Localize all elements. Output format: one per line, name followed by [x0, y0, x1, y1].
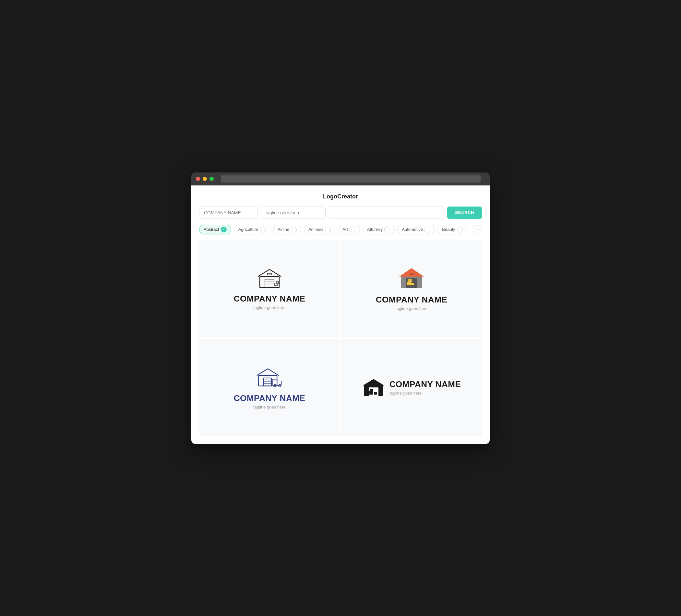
- check-icon: ✓: [291, 227, 297, 232]
- check-icon: ✓: [425, 227, 430, 232]
- minimize-button[interactable]: [203, 177, 207, 181]
- maximize-button[interactable]: [209, 177, 214, 181]
- logo-card-4[interactable]: COMPANY NAME tagline goes here: [341, 339, 482, 436]
- logo-grid: COMPANY NAME tagline goes here: [199, 240, 482, 436]
- search-bar: SEARCH: [199, 207, 482, 219]
- svg-rect-26: [369, 391, 373, 394]
- logo-card-3[interactable]: COMPANY NAME tagline goes here: [199, 339, 340, 436]
- logo-inner-3: COMPANY NAME tagline goes here: [234, 365, 305, 409]
- logo2-tagline: tagline goes here: [376, 306, 448, 311]
- logo1-tagline: tagline goes here: [234, 305, 305, 310]
- category-airline[interactable]: Airline ✓: [273, 225, 301, 234]
- logo3-tagline: tagline goes here: [234, 405, 305, 409]
- svg-rect-16: [263, 378, 272, 386]
- svg-rect-12: [411, 283, 414, 285]
- logo1-company: COMPANY NAME: [234, 294, 305, 304]
- svg-point-22: [279, 384, 281, 387]
- logo-card-1[interactable]: COMPANY NAME tagline goes here: [199, 240, 340, 337]
- svg-rect-14: [409, 273, 413, 275]
- logo-inner-2: COMPANY NAME tagline goes here: [376, 267, 448, 311]
- logo4-tagline: tagline goes here: [389, 391, 461, 395]
- logo-inner-1: COMPANY NAME tagline goes here: [234, 267, 305, 310]
- category-animals[interactable]: Animals ✓: [304, 225, 335, 234]
- check-icon: ✓: [325, 227, 331, 232]
- svg-rect-28: [370, 389, 373, 392]
- category-label: Abstract: [204, 227, 219, 232]
- company-name-input[interactable]: [199, 207, 257, 219]
- category-label: Airline: [278, 227, 289, 232]
- category-attorney[interactable]: Attorney ✓: [362, 225, 395, 234]
- logo3-company: COMPANY NAME: [234, 393, 305, 403]
- svg-marker-23: [363, 379, 384, 385]
- svg-rect-5: [275, 283, 277, 286]
- app-title: LogoCreator: [199, 193, 482, 200]
- logo-card-2[interactable]: COMPANY NAME tagline goes here: [341, 240, 482, 337]
- address-bar[interactable]: [221, 175, 481, 182]
- search-button[interactable]: SEARCH: [447, 207, 482, 219]
- logo2-company: COMPANY NAME: [376, 295, 448, 305]
- svg-rect-1: [265, 279, 274, 288]
- svg-rect-27: [374, 392, 377, 394]
- app-content: LogoCreator SEARCH Abstract ✓ Agricultur…: [191, 185, 490, 444]
- check-icon: ✓: [350, 227, 355, 232]
- warehouse-filled-icon: [362, 378, 385, 397]
- check-icon: ✓: [221, 227, 227, 232]
- logo4-company: COMPANY NAME: [389, 379, 461, 389]
- category-abstract[interactable]: Abstract ✓: [199, 225, 231, 234]
- check-icon: ✓: [260, 227, 266, 232]
- category-automotive[interactable]: Automotive ✓: [397, 225, 435, 234]
- browser-titlebar: [191, 173, 490, 185]
- svg-marker-8: [399, 268, 424, 277]
- check-icon: ✓: [384, 227, 390, 232]
- logo4-text: COMPANY NAME tagline goes here: [389, 379, 461, 395]
- category-label: Art: [343, 227, 348, 232]
- more-categories-button[interactable]: →: [473, 225, 482, 234]
- tagline-input[interactable]: [261, 207, 326, 219]
- warehouse-color-icon: [399, 267, 425, 289]
- category-label: Agriculture: [238, 227, 258, 232]
- category-label: Automotive: [402, 227, 423, 232]
- browser-window: LogoCreator SEARCH Abstract ✓ Agricultur…: [191, 173, 490, 444]
- svg-rect-13: [408, 279, 412, 282]
- logo-inner-4: COMPANY NAME tagline goes here: [362, 378, 461, 397]
- category-agriculture[interactable]: Agriculture ✓: [234, 225, 271, 234]
- keyword-input[interactable]: [329, 207, 444, 219]
- warehouse-truck-icon: [255, 365, 284, 388]
- category-art[interactable]: Art ✓: [338, 225, 360, 234]
- category-label: Attorney: [367, 227, 383, 232]
- check-icon: [457, 227, 463, 232]
- category-label: Animals: [308, 227, 323, 232]
- svg-rect-7: [268, 273, 272, 275]
- category-bar: Abstract ✓ Agriculture ✓ Airline ✓ Anima…: [199, 225, 482, 234]
- category-beauty[interactable]: Beauty: [437, 225, 467, 234]
- warehouse-outline-icon: [256, 267, 282, 288]
- category-label: Beauty: [442, 227, 455, 232]
- close-button[interactable]: [196, 177, 200, 181]
